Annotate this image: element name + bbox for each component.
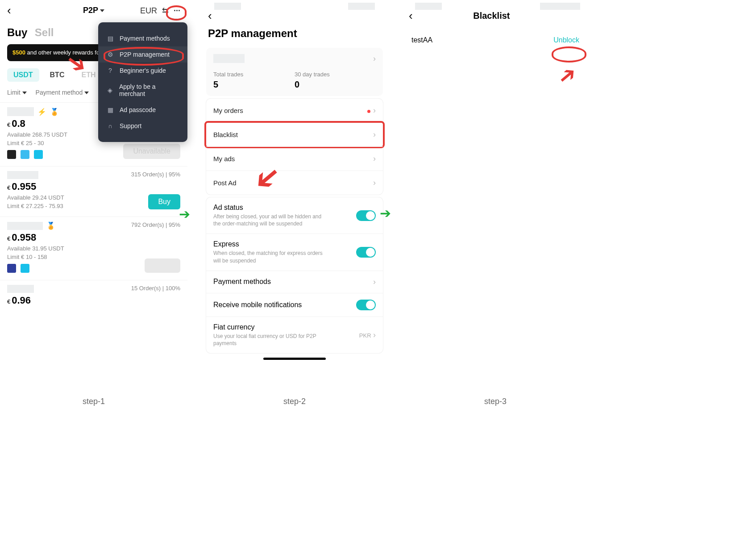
unblock-button[interactable]: Unblock — [553, 36, 579, 44]
profile-card[interactable]: › Total trades5 30 day trades0 — [206, 48, 383, 96]
header-currency[interactable]: EUR — [140, 6, 157, 15]
annotation-green-arrow: ➔ — [380, 205, 391, 221]
price-value: 0.958 — [12, 232, 36, 243]
payment-icon — [7, 150, 16, 159]
tab-buy[interactable]: Buy — [7, 26, 27, 38]
row-notifications[interactable]: Receive mobile notifications — [206, 293, 383, 317]
offer-row[interactable]: 315 Order(s) | 95% €0.955 Available 29.2… — [0, 166, 187, 217]
offer-row[interactable]: 15 Order(s) | 100% €0.96 — [0, 280, 187, 308]
back-icon[interactable]: ‹ — [409, 9, 413, 23]
shield-icon: ◈ — [106, 87, 114, 94]
merchant-name-smudge — [7, 107, 34, 116]
menu-item-label: Beginner's guide — [120, 67, 166, 74]
thirty-day-value: 0 — [295, 79, 376, 90]
back-icon[interactable]: ‹ — [208, 9, 212, 23]
toggle-notifications[interactable] — [356, 300, 376, 310]
filter-payment-method[interactable]: Payment method — [36, 89, 89, 96]
grid-icon: ▦ — [106, 106, 114, 113]
status-smudge — [415, 3, 442, 10]
menu-item-label: Payment methods — [120, 35, 170, 42]
row-desc: When closed, the matching for express or… — [213, 250, 329, 264]
menu-payment-methods[interactable]: ▤Payment methods — [98, 30, 187, 46]
filter-limit[interactable]: Limit — [7, 89, 27, 96]
chevron-right-icon: › — [373, 106, 376, 115]
menu-item-label: Support — [120, 122, 141, 129]
annotation-circle-dots — [166, 5, 187, 21]
chevron-right-icon: › — [373, 130, 376, 139]
chevron-right-icon: › — [373, 330, 376, 339]
row-payment-methods[interactable]: Payment methods › — [206, 271, 383, 293]
menu-ad-passcode[interactable]: ▦Ad passcode — [98, 102, 187, 118]
row-title: Express — [213, 240, 329, 248]
medal-icon: 🏅 — [46, 221, 55, 230]
tab-sell[interactable]: Sell — [35, 26, 54, 38]
offer-action-button — [145, 258, 180, 273]
row-label: Post Ad — [213, 179, 237, 187]
offer-available: Available 31.95 USDT — [7, 245, 180, 252]
price-value: 0.96 — [12, 295, 31, 306]
row-desc: Use your local fiat currency or USD for … — [213, 333, 329, 347]
toggle-ad-status[interactable] — [356, 210, 376, 221]
offer-action-button: Unavailable — [123, 144, 180, 159]
chevron-right-icon: › — [373, 178, 376, 188]
chevron-right-icon: › — [373, 154, 376, 163]
payment-icon — [7, 264, 16, 273]
annotation-circle-p2p-mgmt — [104, 47, 184, 66]
menu-support[interactable]: ∩Support — [98, 118, 187, 134]
row-my-orders[interactable]: My orders › — [206, 99, 383, 122]
more-menu: ▤Payment methods ⚙P2P management ?Beginn… — [98, 22, 187, 142]
back-icon[interactable]: ‹ — [7, 4, 11, 17]
row-express[interactable]: ExpressWhen closed, the matching for exp… — [206, 233, 383, 270]
username-smudge — [213, 54, 245, 63]
step2-screen: ‹ P2P management › Total trades5 30 day … — [201, 0, 388, 388]
price-currency: € — [7, 235, 10, 242]
home-indicator — [263, 358, 326, 360]
offer-row[interactable]: 🏅 792 Order(s) | 95% €0.958 Available 31… — [0, 217, 187, 280]
annotation-arrow-to-unblock: ➔ — [552, 60, 582, 91]
menu-apply-merchant[interactable]: ◈Apply to be a merchant — [98, 79, 187, 102]
row-desc: After being closed, your ad will be hidd… — [213, 213, 329, 227]
annotation-green-arrow: ➔ — [179, 206, 190, 222]
price-currency: € — [7, 121, 10, 128]
card-icon: ▤ — [106, 35, 114, 42]
step-label-3: step-3 — [484, 397, 507, 406]
row-label: Blacklist — [213, 131, 238, 138]
fiat-value: PKR — [359, 332, 371, 339]
row-ad-status[interactable]: Ad statusAfter being closed, your ad wil… — [206, 197, 383, 233]
chevron-right-icon: › — [373, 54, 376, 63]
row-label: My orders — [213, 107, 243, 114]
buy-button[interactable]: Buy — [148, 194, 180, 209]
offer-meta: 315 Order(s) | 95% — [131, 171, 180, 178]
medal-icon: 🏅 — [50, 108, 59, 116]
row-label: Payment methods — [213, 278, 271, 286]
headset-icon: ∩ — [106, 122, 114, 129]
payment-icon — [21, 150, 29, 159]
chevron-right-icon: › — [373, 277, 376, 287]
step-label-2: step-2 — [283, 397, 306, 406]
row-blacklist[interactable]: Blacklist › — [206, 122, 383, 146]
blocked-user-name: testAA — [411, 36, 432, 44]
price-value: 0.8 — [12, 118, 25, 129]
header-p2p-label[interactable]: P2P — [83, 6, 104, 15]
blacklist-item-row: testAA Unblock — [402, 32, 589, 49]
offer-meta: 792 Order(s) | 95% — [131, 221, 180, 228]
merchant-name-smudge — [7, 222, 43, 230]
row-fiat-currency[interactable]: Fiat currencyUse your local fiat currenc… — [206, 317, 383, 353]
menu-item-label: Apply to be a merchant — [119, 83, 179, 97]
status-smudge — [348, 3, 375, 10]
row-title: Ad status — [213, 204, 329, 212]
step1-screen: ‹ P2P EUR ⇆ ··· ➔ Buy Sell $500 and othe… — [0, 0, 187, 388]
notification-dot-icon — [367, 110, 370, 113]
payment-icon — [34, 150, 43, 159]
annotation-circle-unblock — [552, 46, 586, 63]
row-label: Receive mobile notifications — [213, 301, 302, 309]
row-my-ads[interactable]: My ads › — [206, 146, 383, 171]
page-title: P2P management — [201, 25, 388, 45]
page-title: Blacklist — [413, 11, 570, 21]
toggle-express[interactable] — [356, 247, 376, 258]
total-trades-value: 5 — [213, 79, 295, 90]
coin-usdt[interactable]: USDT — [7, 68, 39, 82]
status-smudge — [214, 3, 241, 10]
row-post-ad[interactable]: Post Ad › — [206, 171, 383, 195]
menu-item-label: Ad passcode — [120, 106, 156, 113]
